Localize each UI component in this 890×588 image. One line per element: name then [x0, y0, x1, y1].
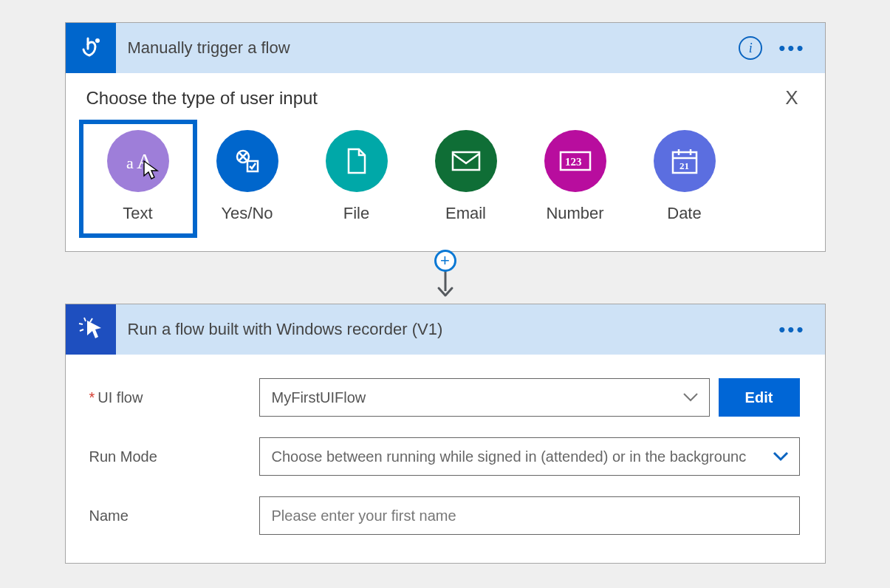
runmode-label: Run Mode [89, 448, 259, 465]
name-input[interactable]: Please enter your first name [259, 496, 800, 535]
trigger-header[interactable]: Manually trigger a flow i ••• [66, 23, 825, 73]
field-name: Name Please enter your first name [83, 486, 807, 545]
arrow-down-icon [434, 270, 456, 298]
manual-trigger-icon [66, 23, 116, 73]
input-type-yesno[interactable]: Yes/No [193, 124, 302, 233]
date-icon: 21 [654, 130, 716, 192]
svg-rect-7 [453, 152, 479, 170]
svg-text:a: a [126, 154, 134, 172]
info-icon[interactable]: i [739, 36, 762, 60]
yesno-icon [216, 130, 278, 192]
close-icon[interactable]: X [779, 86, 804, 109]
action-actions: ••• [778, 325, 824, 334]
runmode-placeholder: Choose between running while signed in (… [272, 448, 776, 465]
email-icon [435, 130, 497, 192]
more-icon[interactable]: ••• [778, 44, 805, 52]
uiflow-label: UI flow [89, 389, 259, 406]
windows-recorder-icon [66, 304, 116, 355]
name-placeholder: Please enter your first name [272, 507, 456, 524]
svg-text:123: 123 [565, 156, 582, 168]
svg-line-17 [79, 324, 83, 324]
input-type-label: Email [445, 204, 486, 223]
action-card: Run a flow built with Windows recorder (… [65, 304, 826, 564]
trigger-card: Manually trigger a flow i ••• Choose the… [65, 22, 826, 252]
number-icon: 123 [544, 130, 606, 192]
input-type-label: Text [123, 204, 152, 223]
input-type-label: Yes/No [221, 204, 273, 223]
text-icon: aA [107, 130, 169, 192]
svg-text:21: 21 [680, 160, 689, 171]
more-icon[interactable]: ••• [778, 325, 805, 334]
svg-text:A: A [137, 148, 153, 173]
input-type-label: File [343, 204, 369, 223]
edit-button[interactable]: Edit [719, 378, 800, 417]
field-runmode: Run Mode Choose between running while si… [83, 427, 807, 486]
choose-input-title: Choose the type of user input [86, 88, 318, 109]
svg-line-19 [90, 318, 92, 322]
svg-line-18 [80, 329, 83, 331]
input-type-label: Number [546, 204, 603, 223]
input-type-date[interactable]: 21 Date [630, 124, 739, 233]
action-header[interactable]: Run a flow built with Windows recorder (… [66, 304, 825, 355]
input-type-text[interactable]: aA Text [83, 124, 193, 233]
name-label: Name [89, 507, 259, 524]
svg-point-0 [95, 38, 100, 43]
uiflow-select[interactable]: MyFirstUIFlow [259, 378, 710, 417]
input-type-number[interactable]: 123 Number [521, 124, 630, 233]
trigger-actions: i ••• [739, 36, 824, 60]
file-icon [326, 130, 388, 192]
trigger-body: Choose the type of user input X aA Text [66, 73, 825, 251]
flow-connector: + [65, 252, 826, 304]
input-type-file[interactable]: File [302, 124, 411, 233]
chevron-down-icon [682, 392, 699, 403]
trigger-title: Manually trigger a flow [116, 38, 739, 58]
input-type-email[interactable]: Email [411, 124, 521, 233]
action-title: Run a flow built with Windows recorder (… [116, 320, 779, 339]
uiflow-value: MyFirstUIFlow [272, 389, 366, 406]
field-uiflow: UI flow MyFirstUIFlow Edit [83, 368, 807, 427]
action-body: UI flow MyFirstUIFlow Edit Run Mode Choo… [66, 355, 825, 563]
input-type-label: Date [667, 204, 701, 223]
input-type-list: aA Text Yes/No [83, 118, 807, 233]
add-step-button[interactable]: + [434, 250, 456, 272]
svg-line-16 [84, 318, 86, 321]
runmode-select[interactable]: Choose between running while signed in (… [259, 437, 800, 476]
chevron-down-icon [773, 451, 789, 462]
